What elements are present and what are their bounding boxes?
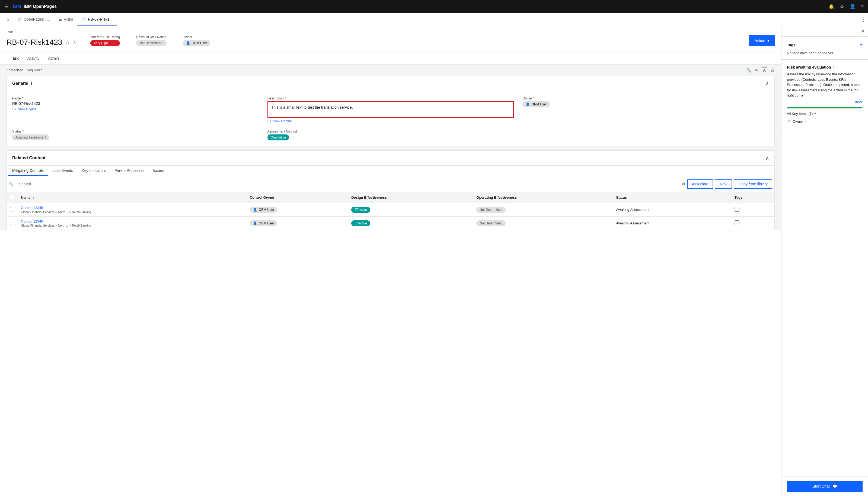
residual-risk-group: Residual Risk Rating Not Determined [136,35,166,46]
action-button[interactable]: Action ▾ [749,35,775,46]
related-tabs: Mitigating Controls Loss Events Key Indi… [7,166,775,176]
related-content-title: Related Content [12,156,46,160]
name-field: Name * RB-07-Risk1423 * ℹ View Original [12,96,259,123]
close-panel-button[interactable]: ✕ [861,28,865,34]
key-items-label: All Key Items (1) [787,112,813,116]
breadcrumb-label-openpages: OpenPages T... [24,17,50,21]
name-info-icon[interactable]: ℹ [15,107,17,111]
select-all-checkbox[interactable] [10,195,14,199]
risk-eval-title-text: Risk awaiting evaluation [787,65,831,69]
table-search-input[interactable] [16,180,680,188]
risk-eval-info-icon[interactable]: ℹ [833,65,835,69]
owner-meta-label: Owner [183,35,210,39]
row1-checkbox-cell [7,203,18,217]
related-tab-key[interactable]: Key Indicators [77,166,110,176]
header-tags: Tags [731,192,775,203]
description-view-original-link[interactable]: View Original [273,119,292,123]
star-icon[interactable]: ☆ [65,39,70,45]
notification-icon[interactable]: 🔔 [828,3,834,10]
controls-table: Name ↑ Control Owner Design Effectivenes… [7,192,775,230]
related-tab-mitigating[interactable]: Mitigating Controls [8,166,48,176]
risk-eval-more-link[interactable]: more [787,100,863,104]
general-info-icon[interactable]: ℹ [31,81,32,86]
edit-toolbar-icon[interactable]: ✏ [755,68,759,73]
owner-required-mark: * [533,96,535,100]
control-12345-link[interactable]: Control 12345 [21,206,43,210]
start-chat-icon: 💬 [833,484,837,489]
tab-admin[interactable]: Admin [44,53,63,64]
related-tab-issues[interactable]: Issues [149,166,168,176]
assessment-method-badge: Qualitative [267,135,289,140]
row2-owner-badge: 👤 ORM User [250,220,278,226]
external-link-icon[interactable]: ⧉ [682,182,685,186]
row1-name-cell: Control 12345 Global Financial Services … [18,203,246,217]
name-label-text: Name [12,96,21,100]
header-status: Status [613,192,731,203]
row1-owner-value: ORM User [259,208,274,212]
header-name: Name ↑ [18,192,246,203]
translate-toolbar-icon[interactable]: A [762,67,767,73]
description-field-label: Description * [267,96,514,100]
home-tab[interactable]: ⌂ [2,13,13,26]
description-info-icon[interactable]: ℹ [270,119,271,123]
control-12346-link[interactable]: Control 12346 [21,219,43,223]
app-name: IBM OpenPages [24,4,57,9]
related-tab-loss[interactable]: Loss Events [48,166,77,176]
row2-name-cell: Control 12346 Global Financial Services … [18,217,246,230]
row2-status-cell: Awaiting Assessment [613,217,731,230]
tags-add-icon[interactable]: + [859,42,863,48]
form-area: * * Modified Required * 🔍 ✏ A 🖨 General [0,64,781,230]
breadcrumb-tab-risks[interactable]: ☰ Risks [54,13,77,26]
search-toolbar-icon[interactable]: 🔍 [746,68,752,73]
row1-tags-checkbox[interactable] [735,207,739,212]
record-collapse-icon[interactable]: ∧ [73,40,76,45]
key-items-chevron-icon: ▾ [814,112,816,115]
control-12345-path: Global Financial Services > North ... > … [21,210,243,214]
general-title-text: General [12,81,29,86]
header-operating-effectiveness: Operating Effectiveness [473,192,613,203]
name-field-value: RB-07-Risk1423 [12,102,259,106]
key-items-dropdown[interactable]: All Key Items (1) ▾ [787,112,863,116]
owner-field-badge: 👤 ORM User [522,102,550,107]
help-icon[interactable]: ? [861,4,864,10]
row2-owner-value: ORM User [259,221,274,225]
general-collapse-icon[interactable]: ∧ [765,80,769,87]
tags-title-text: Tags [787,43,796,47]
name-sort-icon[interactable]: ↑ [32,196,34,200]
start-chat-bar: Start Chat 💬 [781,476,868,496]
general-section-title: General ℹ [12,81,32,86]
tab-task[interactable]: Task [6,53,23,64]
name-view-original-link[interactable]: View Original [18,107,37,111]
general-section-body: Name * RB-07-Risk1423 * ℹ View Original [7,91,775,146]
print-toolbar-icon[interactable]: 🖨 [770,68,775,73]
copy-from-library-button[interactable]: Copy from library [734,180,772,189]
table-row: Control 12345 Global Financial Services … [7,203,775,217]
associate-button[interactable]: Associate [687,180,713,189]
breadcrumb-tab-openpages[interactable]: 📋 OpenPages T... [13,13,54,26]
user-icon[interactable]: 👤 [850,3,855,10]
row1-tags-cell [731,203,775,217]
start-chat-button[interactable]: Start Chat 💬 [787,481,863,492]
row2-checkbox[interactable] [10,221,14,225]
row2-operating-badge: Not Determined [476,220,506,226]
row1-status-cell: Awaiting Assessment [613,203,731,217]
control-12346-path: Global Financial Services > North ... > … [21,224,243,227]
description-box[interactable]: This is a small text to test the transla… [267,102,514,118]
hamburger-menu-icon[interactable]: ☰ [4,3,9,10]
row2-tags-checkbox[interactable] [735,220,739,225]
breadcrumb-more-icon[interactable]: ⋮ [861,17,866,22]
settings-icon[interactable]: ⚙ [840,3,844,10]
tab-activity[interactable]: Activity [23,53,44,64]
general-section-header: General ℹ ∧ [7,76,775,91]
row2-operating-cell: Not Determined [473,217,613,230]
related-content-title-text: Related Content [12,156,46,160]
risk1423-tab-icon: 📄 [81,17,86,21]
row1-checkbox[interactable] [10,207,14,212]
related-tab-parent[interactable]: Parent Processes [110,166,149,176]
related-content-collapse-icon[interactable]: ∧ [765,155,769,161]
new-button[interactable]: New [715,180,732,189]
start-chat-label: Start Chat [812,484,829,489]
action-button-label: Action [754,38,765,43]
action-dropdown-icon: ▾ [767,38,769,43]
breadcrumb-tab-risk1423[interactable]: 📄 RB-07-Risk1... [77,13,117,26]
